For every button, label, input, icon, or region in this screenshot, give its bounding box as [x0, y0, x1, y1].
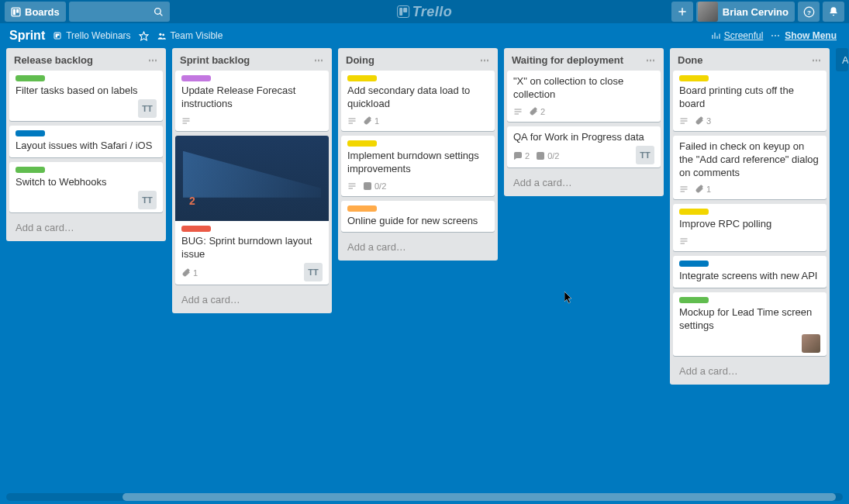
- card[interactable]: Filter tasks based on labelsTT: [9, 71, 163, 121]
- card-labels: [16, 130, 157, 136]
- scroll-thumb[interactable]: [123, 493, 836, 501]
- card[interactable]: Update Release Forecast instructions: [175, 71, 329, 131]
- card[interactable]: Layout issues with Safari / iOS: [9, 126, 163, 157]
- add-card-button[interactable]: Add a card…: [175, 289, 329, 310]
- show-menu-button[interactable]: ⋯ Show Menu: [771, 30, 837, 41]
- label-green[interactable]: [679, 297, 709, 303]
- list-title[interactable]: Sprint backlog: [180, 54, 250, 66]
- card-title: Online guide for new screens: [347, 215, 488, 228]
- card[interactable]: Add secondary data load to quickload1: [341, 71, 495, 131]
- powerup-link[interactable]: Screenful: [711, 30, 764, 41]
- list-menu-button[interactable]: ⋯: [314, 55, 324, 66]
- create-button[interactable]: [671, 2, 693, 22]
- card[interactable]: QA for Work in Progress data20/2TT: [507, 126, 661, 167]
- card-badges: 2: [513, 105, 545, 119]
- label-blue[interactable]: [16, 130, 45, 136]
- avatar: [698, 2, 718, 22]
- add-card-button[interactable]: Add a card…: [673, 361, 827, 381]
- user-menu[interactable]: Brian Cervino: [696, 2, 795, 22]
- card[interactable]: Board printing cuts off the board3: [673, 71, 827, 131]
- add-card-button[interactable]: Add a card…: [507, 172, 661, 193]
- add-card-button[interactable]: Add a card…: [341, 236, 495, 257]
- card[interactable]: Switch to WebhooksTT: [9, 162, 163, 212]
- label-orange[interactable]: [347, 205, 377, 212]
- svg-point-15: [162, 33, 164, 36]
- label-yellow[interactable]: [679, 75, 709, 81]
- label-blue[interactable]: [679, 261, 709, 267]
- card-title: Switch to Webhooks: [16, 176, 157, 189]
- user-name: Brian Cervino: [723, 6, 789, 18]
- list: Doing⋯Add secondary data load to quicklo…: [338, 48, 498, 261]
- card[interactable]: Failed in check on keyup on the "Add car…: [673, 136, 827, 200]
- label-red[interactable]: [181, 226, 211, 232]
- label-yellow[interactable]: [347, 75, 377, 81]
- list-menu-button[interactable]: ⋯: [148, 55, 158, 66]
- logo-icon: [397, 5, 409, 18]
- card[interactable]: Integrate screens with new API: [673, 256, 827, 288]
- boards-icon: [11, 7, 21, 17]
- card[interactable]: Implement burndown settings improvements…: [341, 136, 495, 196]
- card[interactable]: Mockup for Lead Time screen settings: [673, 292, 827, 356]
- info-icon: ?: [803, 6, 815, 18]
- member-avatar[interactable]: TT: [138, 191, 157, 209]
- attachment-badge: 3: [695, 116, 711, 126]
- list: Done⋯Board printing cuts off the board3F…: [670, 48, 830, 385]
- comments-badge: 2: [513, 151, 530, 161]
- member-avatar[interactable]: TT: [304, 263, 323, 281]
- info-button[interactable]: ?: [798, 2, 820, 22]
- card[interactable]: Improve RPC polling: [673, 204, 827, 251]
- member-avatar[interactable]: [802, 334, 820, 353]
- card[interactable]: BUG: Sprint burndown layout issue1TT: [175, 136, 329, 285]
- card-labels: [16, 167, 157, 173]
- card[interactable]: Online guide for new screens: [341, 201, 495, 233]
- card-title: "X" on collection to close collection: [513, 75, 654, 102]
- label-yellow[interactable]: [347, 140, 377, 147]
- card-labels: [181, 75, 323, 81]
- description-icon: [513, 107, 523, 116]
- team-link[interactable]: Trello Webinars: [53, 30, 130, 41]
- card-badges: 20/2: [513, 149, 559, 163]
- list-menu-button[interactable]: ⋯: [646, 55, 656, 66]
- card-title: Implement burndown settings improvements: [347, 150, 488, 176]
- board-bar: Sprint Trello Webinars Team Visible Scre…: [0, 23, 849, 48]
- boards-button[interactable]: Boards: [5, 2, 66, 22]
- card-labels: [679, 75, 820, 81]
- label-green[interactable]: [16, 167, 45, 173]
- notifications-button[interactable]: [823, 2, 844, 22]
- svg-rect-12: [56, 36, 57, 38]
- card-badges: 1: [679, 182, 711, 196]
- logo[interactable]: Trello: [397, 4, 453, 20]
- list-title[interactable]: Done: [678, 54, 703, 66]
- card[interactable]: "X" on collection to close collection2: [507, 71, 661, 122]
- card-title: Failed in check on keyup on the "Add car…: [679, 140, 820, 180]
- label-yellow[interactable]: [679, 209, 709, 215]
- visibility-button[interactable]: Team Visible: [157, 30, 223, 41]
- card-badges: 1: [181, 266, 198, 280]
- list-title[interactable]: Waiting for deployment: [512, 54, 623, 66]
- team-icon: [53, 31, 62, 40]
- card-title: Mockup for Lead Time screen settings: [679, 306, 820, 333]
- label-green[interactable]: [16, 75, 45, 81]
- attachment-badge: 1: [363, 116, 379, 126]
- powerup-label: Screenful: [724, 30, 764, 41]
- member-avatar[interactable]: TT: [636, 146, 654, 164]
- card-badges: 1: [347, 114, 379, 128]
- star-button[interactable]: [139, 31, 149, 41]
- svg-rect-10: [56, 34, 57, 36]
- horizontal-scrollbar[interactable]: [6, 493, 843, 501]
- add-card-button[interactable]: Add a card…: [9, 217, 163, 238]
- label-purple[interactable]: [181, 75, 211, 81]
- card-title: Add secondary data load to quickload: [347, 85, 488, 111]
- plus-icon: [677, 6, 688, 17]
- list-title[interactable]: Doing: [346, 54, 374, 66]
- member-avatar[interactable]: TT: [138, 99, 157, 118]
- list-menu-button[interactable]: ⋯: [480, 55, 490, 66]
- list: Waiting for deployment⋯"X" on collection…: [504, 48, 664, 196]
- list-title[interactable]: Release backlog: [14, 54, 93, 66]
- description-icon: [181, 116, 191, 126]
- list-menu-button[interactable]: ⋯: [812, 55, 822, 66]
- board-name[interactable]: Sprint: [6, 29, 45, 43]
- search-input[interactable]: [69, 2, 170, 22]
- board-canvas[interactable]: Release backlog⋯Filter tasks based on la…: [0, 48, 849, 496]
- add-list-button[interactable]: Add a: [836, 48, 848, 71]
